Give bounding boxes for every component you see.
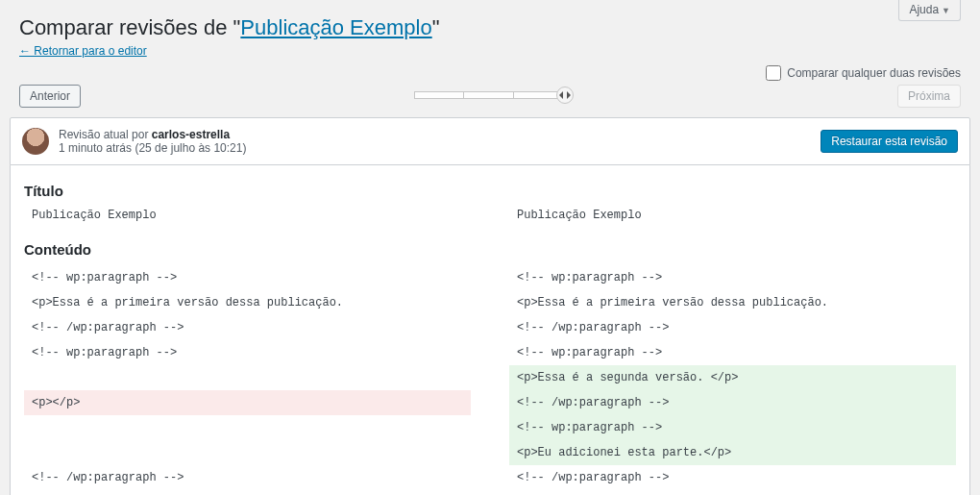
avatar [22, 128, 49, 155]
return-to-editor-link[interactable]: ← Retornar para o editor [19, 44, 147, 58]
page-title-suffix: " [432, 15, 440, 39]
slider-handle[interactable] [556, 87, 574, 104]
restore-revision-button[interactable]: Restaurar esta revisão [821, 130, 958, 153]
previous-button[interactable]: Anterior [19, 85, 81, 108]
chevron-down-icon: ▼ [942, 6, 950, 15]
revision-time-relative: 1 minuto atrás [59, 141, 132, 155]
diff-section-title: Título [24, 183, 956, 199]
revision-author: carlos-estrella [152, 128, 230, 141]
diff-left-cell: <!-- wp:paragraph --> [24, 265, 471, 290]
diff-right-cell: <!-- /wp:paragraph --> [509, 465, 956, 490]
diff-left-cell [24, 415, 471, 440]
next-button: Próxima [897, 85, 961, 108]
title-diff: Publicação Exemplo Publicação Exemplo [24, 207, 956, 224]
diff-left-cell [24, 365, 471, 390]
diff-right-cell: <!-- wp:paragraph --> [509, 415, 956, 440]
post-title-link[interactable]: Publicação Exemplo [240, 15, 431, 39]
help-label: Ajuda [909, 3, 939, 16]
revision-slider[interactable] [414, 91, 564, 101]
slider-segment [464, 91, 514, 99]
page-title-prefix: Comparar revisões de " [19, 15, 240, 39]
diff-right-cell: <p>Essa é a segunda versão. </p> [509, 365, 956, 390]
diff-left-cell: <!-- /wp:paragraph --> [24, 315, 471, 340]
revision-meta-text: Revisão atual por carlos-estrella 1 minu… [59, 128, 246, 155]
diff-right-cell: <p>Essa é a primeira versão dessa public… [509, 290, 956, 315]
diff-left-cell [24, 440, 471, 465]
content-diff: <!-- wp:paragraph --><!-- wp:paragraph -… [24, 265, 956, 490]
revision-time-absolute: (25 de julho às 10:21) [132, 141, 246, 155]
revision-slider-wrap [81, 91, 897, 101]
slider-segment [414, 91, 464, 99]
help-tab[interactable]: Ajuda▼ [898, 0, 961, 21]
compare-two-checkbox[interactable] [766, 65, 781, 81]
page-title: Comparar revisões de "Publicação Exemplo… [19, 15, 961, 40]
diff-panel: Título Publicação Exemplo Publicação Exe… [10, 165, 970, 495]
diff-left-cell: <!-- /wp:paragraph --> [24, 465, 471, 490]
diff-left-cell: <p>Essa é a primeira versão dessa public… [24, 290, 471, 315]
title-right: Publicação Exemplo [509, 207, 956, 224]
diff-right-cell: <!-- /wp:paragraph --> [509, 315, 956, 340]
compare-two-label: Comparar qualquer duas revisões [787, 66, 961, 80]
diff-left-cell: <!-- wp:paragraph --> [24, 340, 471, 365]
title-left: Publicação Exemplo [24, 207, 471, 224]
compare-two-revisions-toggle[interactable]: Comparar qualquer duas revisões [766, 65, 961, 81]
diff-right-cell: <p>Eu adicionei esta parte.</p> [509, 440, 956, 465]
diff-left-cell: <p></p> [24, 390, 471, 415]
diff-section-content: Conteúdo [24, 241, 956, 258]
diff-right-cell: <!-- wp:paragraph --> [509, 340, 956, 365]
diff-right-cell: <!-- wp:paragraph --> [509, 265, 956, 290]
revision-meta-prefix: Revisão atual por [59, 128, 152, 141]
diff-right-cell: <!-- /wp:paragraph --> [509, 390, 956, 415]
revision-meta-bar: Revisão atual por carlos-estrella 1 minu… [10, 117, 970, 165]
